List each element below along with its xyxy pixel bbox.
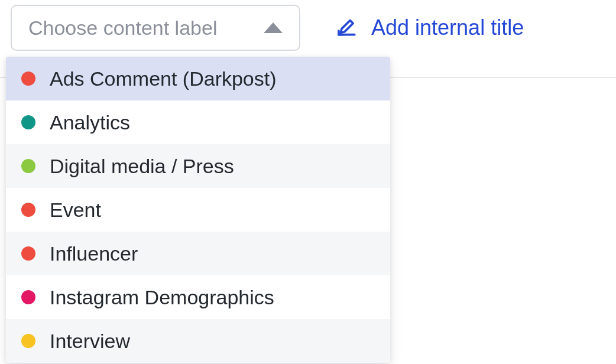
content-label-option-text: Digital media / Press	[50, 155, 234, 178]
label-color-dot	[21, 72, 35, 86]
content-label-option-text: Influencer	[50, 242, 138, 265]
content-label-option-text: Analytics	[50, 111, 130, 134]
content-label-option[interactable]: Interview	[6, 319, 390, 363]
content-label-option-text: Ads Comment (Darkpost)	[50, 67, 277, 90]
content-label-dropdown: Ads Comment (Darkpost)AnalyticsDigital m…	[6, 57, 390, 363]
content-label-option[interactable]: Event	[6, 188, 390, 232]
content-label-option[interactable]: Instagram Demographics	[6, 275, 390, 319]
label-color-dot	[21, 203, 35, 217]
content-label-option[interactable]: Analytics	[6, 100, 390, 144]
content-label-placeholder: Choose content label	[28, 17, 217, 40]
label-color-dot	[21, 115, 35, 129]
label-color-dot	[21, 159, 35, 173]
add-internal-title-label: Add internal title	[371, 15, 524, 40]
add-internal-title-button[interactable]: Add internal title	[336, 15, 524, 40]
label-color-dot	[21, 334, 35, 348]
content-label-select[interactable]: Choose content label	[11, 5, 300, 51]
content-label-option-text: Instagram Demographics	[50, 286, 274, 309]
content-label-option[interactable]: Ads Comment (Darkpost)	[6, 57, 390, 100]
chevron-up-icon	[264, 22, 283, 33]
content-label-option[interactable]: Digital media / Press	[6, 144, 390, 188]
label-color-dot	[21, 290, 35, 304]
content-label-option-text: Interview	[50, 330, 130, 353]
edit-icon	[336, 16, 359, 40]
content-label-option-text: Event	[50, 199, 101, 222]
content-label-option[interactable]: Influencer	[6, 232, 390, 275]
label-color-dot	[21, 246, 35, 261]
